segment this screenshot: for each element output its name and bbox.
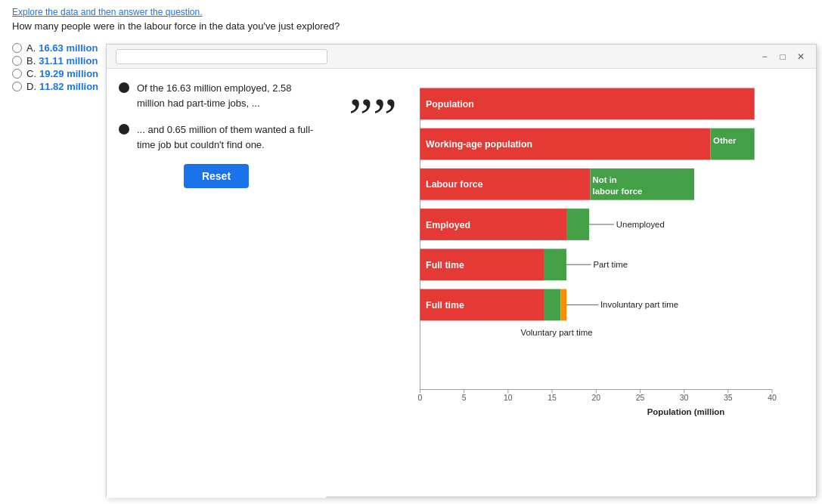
- bullet-text-1: Of the 16.63 million employed, 2.58 mill…: [137, 81, 314, 110]
- bullet-dot-1: [119, 82, 129, 93]
- svg-text:25: 25: [636, 394, 645, 402]
- bar-emp-label: Employed: [426, 220, 470, 230]
- window-titlebar: − □ ✕: [107, 45, 816, 69]
- bar-ft1-green: [544, 249, 566, 280]
- choice-B-value: 31.11 million: [39, 55, 98, 66]
- bar-ft2-green: [544, 289, 560, 321]
- radio-B[interactable]: [12, 56, 22, 66]
- bullet-item-2: ... and 0.65 million of them wanted a fu…: [119, 122, 314, 152]
- page-container: Explore the data and then answer the que…: [0, 0, 822, 504]
- bar-ft2-orange: [560, 289, 566, 321]
- radio-C[interactable]: [12, 69, 22, 79]
- chart-svg: 0 5 10 15 20 25 30 35 40 Popu: [341, 81, 801, 447]
- choice-D-value: 11.82 million: [39, 81, 98, 92]
- voluntary-part-time-label: Voluntary part time: [521, 328, 593, 337]
- bar-ft1-parttime-label: Part time: [593, 260, 628, 269]
- svg-text:5: 5: [462, 394, 467, 402]
- bar-ft1-label: Full time: [426, 260, 464, 271]
- maximize-button[interactable]: □: [777, 51, 789, 63]
- address-bar[interactable]: [116, 49, 327, 64]
- svg-text:10: 10: [504, 394, 513, 402]
- svg-text:40: 40: [768, 394, 777, 402]
- choice-C-value: 19.29 million: [39, 68, 98, 79]
- minimize-button[interactable]: −: [758, 51, 771, 63]
- bullet-dot-2: [119, 124, 129, 135]
- svg-text:0: 0: [418, 394, 423, 402]
- bullet-text-2: ... and 0.65 million of them wanted a fu…: [137, 122, 314, 152]
- svg-text:15: 15: [547, 394, 557, 402]
- bar-emp-green: [566, 209, 589, 240]
- left-panel: Of the 16.63 million employed, 2.58 mill…: [107, 69, 326, 498]
- svg-text:20: 20: [591, 394, 600, 402]
- radio-D[interactable]: [12, 82, 22, 91]
- bar-lf-notinlf-label1: Not in: [593, 175, 617, 184]
- choice-A-value: 16.63 million: [39, 42, 98, 54]
- radio-A[interactable]: [12, 43, 22, 53]
- question-area: Explore the data and then answer the que…: [0, 0, 822, 38]
- bar-emp-unemp-label: Unemployed: [616, 220, 665, 229]
- explore-link[interactable]: Explore the data and then answer the que…: [12, 7, 203, 17]
- titlebar-left: [116, 49, 327, 64]
- window-frame: − □ ✕ Of the 16.63 million employed, 2.5…: [106, 44, 817, 497]
- bar-lf-notinlf-label2: labour force: [593, 187, 643, 196]
- bar-ft2-invol-label: Involuntary part time: [600, 300, 678, 309]
- bar-wap-other-label: Other: [713, 136, 737, 145]
- bullet-item-1: Of the 16.63 million employed, 2.58 mill…: [119, 81, 314, 110]
- bar-lf-label: Labour force: [426, 179, 483, 190]
- svg-text:35: 35: [724, 394, 733, 402]
- chart-area: 0 5 10 15 20 25 30 35 40 Popu: [326, 69, 816, 496]
- close-button[interactable]: ✕: [795, 51, 807, 63]
- svg-text:Population (million: Population (million: [647, 407, 725, 416]
- window-controls: − □ ✕: [758, 51, 807, 63]
- svg-text:30: 30: [680, 394, 689, 402]
- bar-wap-label: Working-age population: [426, 139, 532, 150]
- reset-button[interactable]: Reset: [184, 164, 249, 188]
- bar-ft2-label: Full time: [426, 300, 464, 311]
- bar-population-label: Population: [426, 99, 474, 110]
- question-text: How many people were in the labour force…: [12, 20, 810, 32]
